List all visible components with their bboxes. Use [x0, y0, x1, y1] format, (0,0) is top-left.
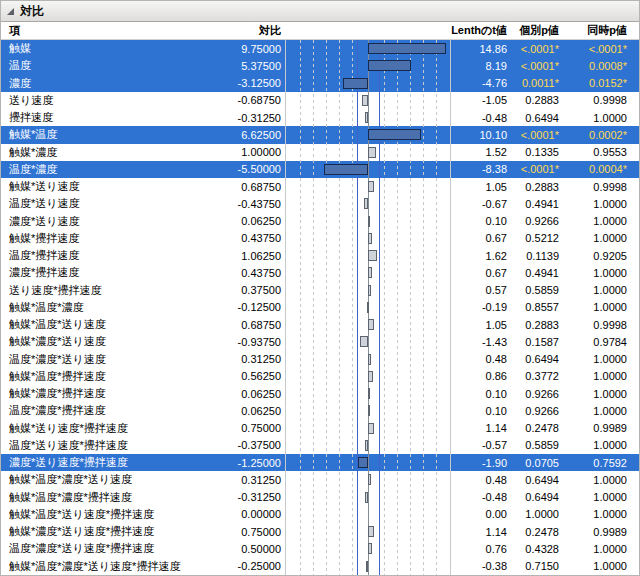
column-header-term: 項 [7, 23, 203, 38]
table-row[interactable]: 濃度*送り速度0.062500.100.92661.0000 [1, 213, 639, 230]
table-row[interactable]: 触媒*濃度*送り速度*攪拌速度0.750001.140.24780.9989 [1, 523, 639, 540]
simultaneous-p-value: 1.0000 [559, 215, 635, 227]
table-row[interactable]: 触媒*攪拌速度0.437500.670.52121.0000 [1, 230, 639, 247]
simultaneous-p-value: 0.9998 [559, 94, 635, 106]
individual-p-value: 0.2883 [507, 181, 559, 193]
lenth-t-value: 0.10 [451, 215, 507, 227]
individual-p-value: 0.6494 [507, 353, 559, 365]
term-label: 温度 [7, 58, 203, 73]
lenth-t-value: -8.38 [451, 163, 507, 175]
contrast-value: 1.06250 [203, 250, 285, 262]
simultaneous-p-value: <.0001* [559, 43, 635, 55]
lenth-t-value: 0.10 [451, 388, 507, 400]
term-label: 濃度*送り速度 [7, 214, 203, 229]
term-label: 温度*濃度*送り速度*攪拌速度 [7, 541, 203, 556]
table-row[interactable]: 触媒*濃度*攪拌速度0.062500.100.92661.0000 [1, 385, 639, 402]
table-row[interactable]: 触媒*温度*送り速度*攪拌速度0.000000.001.00001.0000 [1, 506, 639, 523]
contrast-panel: 対比 項 対比 Lenthのt値 個別p値 同時p値 触媒9.7500014.8… [0, 0, 640, 576]
simultaneous-p-value: 0.9998 [559, 319, 635, 331]
simultaneous-p-value: 0.0002* [559, 129, 635, 141]
table-row[interactable]: 温度5.375008.19<.0001*0.0008* [1, 57, 639, 74]
table-row[interactable]: 温度*濃度*送り速度*攪拌速度0.500000.760.43281.0000 [1, 540, 639, 557]
contrast-bar-cell [285, 454, 451, 471]
table-row[interactable]: 触媒*温度*濃度*攪拌速度-0.31250-0.480.64941.0000 [1, 489, 639, 506]
term-label: 触媒*温度*攪拌速度 [7, 369, 203, 384]
contrast-value: -0.12500 [203, 301, 285, 313]
table-row[interactable]: 温度*攪拌速度1.062501.620.11390.9205 [1, 247, 639, 264]
term-label: 温度*攪拌速度 [7, 248, 203, 263]
table-row[interactable]: 触媒*温度*濃度*送り速度0.312500.480.64941.0000 [1, 471, 639, 488]
lenth-t-value: -0.48 [451, 112, 507, 124]
contrast-bar [324, 164, 368, 175]
individual-p-value: 0.9266 [507, 405, 559, 417]
table-row[interactable]: 触媒*濃度*送り速度-0.93750-1.430.15870.9784 [1, 333, 639, 350]
term-label: 温度*濃度 [7, 162, 203, 177]
contrast-bar-cell [285, 299, 451, 316]
contrast-bar-cell [285, 92, 451, 109]
simultaneous-p-value: 1.0000 [559, 301, 635, 313]
simultaneous-p-value: 1.0000 [559, 405, 635, 417]
individual-p-value: 0.6494 [507, 491, 559, 503]
individual-p-value: 0.6494 [507, 112, 559, 124]
individual-p-value: 0.2883 [507, 94, 559, 106]
contrast-value: -0.31250 [203, 491, 285, 503]
table-row[interactable]: 触媒*送り速度*攪拌速度0.750001.140.24780.9989 [1, 420, 639, 437]
contrast-bar-cell [285, 40, 451, 57]
individual-p-value: <.0001* [507, 60, 559, 72]
disclosure-triangle-icon[interactable] [6, 7, 15, 16]
lenth-t-value: -0.57 [451, 439, 507, 451]
simultaneous-p-value: 1.0000 [559, 508, 635, 520]
contrast-bar-cell [285, 506, 451, 523]
lenth-t-value: -1.05 [451, 94, 507, 106]
table-row[interactable]: 触媒*温度*濃度-0.12500-0.190.85571.0000 [1, 299, 639, 316]
table-row[interactable]: 濃度*送り速度*攪拌速度-1.25000-1.900.07050.7592 [1, 454, 639, 471]
table-row[interactable]: 触媒*温度*送り速度0.687501.050.28830.9998 [1, 316, 639, 333]
table-row[interactable]: 送り速度-0.68750-1.050.28830.9998 [1, 92, 639, 109]
individual-p-value: 0.4941 [507, 198, 559, 210]
table-row[interactable]: 触媒*温度6.6250010.10<.0001*0.0002* [1, 126, 639, 143]
term-label: 濃度*攪拌速度 [7, 265, 203, 280]
contrast-value: -1.25000 [203, 457, 285, 469]
simultaneous-p-value: 1.0000 [559, 198, 635, 210]
table-row[interactable]: 送り速度*攪拌速度0.375000.570.58591.0000 [1, 282, 639, 299]
lenth-t-value: 0.48 [451, 474, 507, 486]
column-header-plot-spacer [285, 22, 451, 39]
simultaneous-p-value: 1.0000 [559, 284, 635, 296]
lenth-t-value: -0.48 [451, 491, 507, 503]
contrast-bar-cell [285, 144, 451, 161]
lenth-t-value: 0.00 [451, 508, 507, 520]
individual-p-value: 0.4328 [507, 543, 559, 555]
individual-p-value: 0.0011* [507, 77, 559, 89]
table-row[interactable]: 攪拌速度-0.31250-0.480.64941.0000 [1, 109, 639, 126]
table-row[interactable]: 濃度-3.12500-4.760.0011*0.0152* [1, 75, 639, 92]
table-row[interactable]: 触媒*温度*濃度*送り速度*攪拌速度-0.25000-0.380.71501.0… [1, 558, 639, 575]
contrast-value: -3.12500 [203, 77, 285, 89]
contrast-bar-cell [285, 489, 451, 506]
table-row[interactable]: 濃度*攪拌速度0.437500.670.49411.0000 [1, 264, 639, 281]
table-row[interactable]: 触媒*濃度1.000001.520.13350.9553 [1, 144, 639, 161]
contrast-value: -0.37500 [203, 439, 285, 451]
table-row[interactable]: 温度*送り速度*攪拌速度-0.37500-0.570.58591.0000 [1, 437, 639, 454]
table-row[interactable]: 温度*送り速度-0.43750-0.670.49411.0000 [1, 195, 639, 212]
simultaneous-p-value: 0.9784 [559, 336, 635, 348]
table-row[interactable]: 温度*濃度*攪拌速度0.062500.100.92661.0000 [1, 402, 639, 419]
simultaneous-p-value: 1.0000 [559, 232, 635, 244]
table-row[interactable]: 温度*濃度*送り速度0.312500.480.64941.0000 [1, 351, 639, 368]
table-row[interactable]: 温度*濃度-5.50000-8.38<.0001*0.0004* [1, 161, 639, 178]
lenth-t-value: 1.14 [451, 422, 507, 434]
table-row[interactable]: 触媒*温度*攪拌速度0.562500.860.37721.0000 [1, 368, 639, 385]
contrast-bar-cell [285, 126, 451, 143]
table-row[interactable]: 触媒9.7500014.86<.0001*<.0001* [1, 40, 639, 57]
panel-header[interactable]: 対比 [1, 1, 639, 22]
lenth-t-value: 0.48 [451, 353, 507, 365]
contrast-bar-cell [285, 282, 451, 299]
contrast-bar-cell [285, 316, 451, 333]
table-row[interactable]: 触媒*送り速度0.687501.050.28830.9998 [1, 178, 639, 195]
individual-p-value: 0.9266 [507, 215, 559, 227]
lenth-t-value: 0.67 [451, 232, 507, 244]
contrast-bar [368, 285, 371, 296]
contrast-value: 9.75000 [203, 43, 285, 55]
contrast-bar [368, 543, 372, 554]
lenth-t-value: 8.19 [451, 60, 507, 72]
individual-p-value: 0.1139 [507, 250, 559, 262]
